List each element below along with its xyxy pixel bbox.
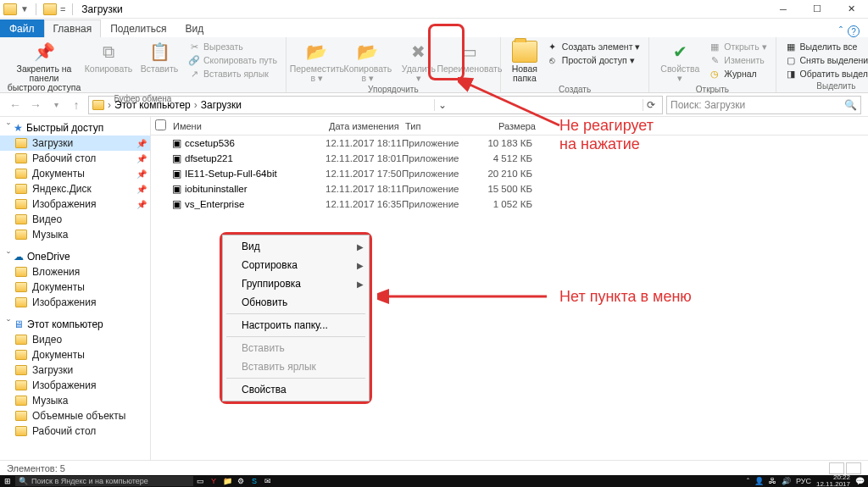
sidebar-quickaccess[interactable]: ˇ★Быстрый доступ bbox=[0, 120, 150, 136]
select-none-button[interactable]: ▢Снять выделение bbox=[785, 54, 868, 66]
file-row[interactable]: ▣iobituninstaller12.11.2017 18:11Приложе… bbox=[151, 181, 868, 196]
col-type[interactable]: Тип bbox=[405, 121, 483, 131]
refresh-button[interactable]: ⟳ bbox=[643, 99, 659, 111]
taskbar-explorer[interactable]: 📁 bbox=[220, 477, 234, 485]
properties-button[interactable]: ✔Свойства▾ bbox=[654, 39, 705, 85]
tray-network-icon[interactable]: 🖧 bbox=[769, 477, 776, 485]
sidebar-item[interactable]: Изображения bbox=[0, 378, 150, 393]
tray-clock[interactable]: 20:2212.11.2017 bbox=[816, 474, 850, 487]
ribbon-collapse-icon[interactable]: ˆ bbox=[839, 25, 843, 37]
col-name[interactable]: Имени bbox=[170, 121, 329, 131]
file-row[interactable]: ▣dfsetup22112.11.2017 18:01Приложение4 5… bbox=[151, 151, 868, 166]
rename-button[interactable]: ▭Переименовать bbox=[444, 39, 495, 75]
sidebar-onedrive[interactable]: ˇ☁OneDrive bbox=[0, 249, 150, 264]
column-headers[interactable]: Имени Дата изменения Тип Размера bbox=[151, 117, 868, 136]
sidebar-item[interactable]: Рабочий стол bbox=[0, 423, 150, 439]
pin-icon: 📌 bbox=[136, 154, 147, 163]
sidebar-item[interactable]: Рабочий стол📌 bbox=[0, 151, 150, 166]
context-menu-item[interactable]: Свойства bbox=[223, 380, 369, 399]
paste-button[interactable]: 📋Вставить bbox=[134, 39, 185, 75]
tray-lang[interactable]: РУС bbox=[796, 477, 811, 485]
tray-notifications-icon[interactable]: 💬 bbox=[855, 477, 865, 485]
taskbar-app[interactable]: S bbox=[248, 477, 261, 485]
sidebar-item[interactable]: Видео bbox=[0, 212, 150, 227]
tray-volume-icon[interactable]: 🔊 bbox=[782, 477, 791, 485]
sidebar-item[interactable]: Загрузки bbox=[0, 362, 150, 378]
taskbar-search[interactable]: 🔍Поиск в Яндекс и на компьютере bbox=[15, 476, 193, 486]
sidebar-item[interactable]: Изображения📌 bbox=[0, 196, 150, 212]
copy-path-button[interactable]: 🔗Скопировать путь bbox=[188, 54, 277, 66]
folder-icon bbox=[3, 3, 17, 15]
select-all-button[interactable]: ▦Выделить все bbox=[785, 41, 868, 53]
easy-access-button[interactable]: ⎋Простой доступ ▾ bbox=[547, 54, 641, 66]
copy-button[interactable]: ⧉Копировать bbox=[83, 39, 134, 75]
cut-button[interactable]: ✂Вырезать bbox=[188, 41, 277, 53]
up-button[interactable]: ↑ bbox=[68, 97, 85, 113]
tab-file[interactable]: Файл bbox=[0, 19, 44, 37]
file-row[interactable]: ▣ccsetup53612.11.2017 18:11Приложение10 … bbox=[151, 136, 868, 151]
col-date[interactable]: Дата изменения bbox=[329, 121, 405, 131]
taskbar-app[interactable]: ✉ bbox=[261, 477, 275, 485]
start-button[interactable]: ⊞ bbox=[0, 477, 15, 485]
sidebar-item[interactable]: Объемные объекты bbox=[0, 408, 150, 423]
tab-view[interactable]: Вид bbox=[175, 19, 213, 37]
history-button[interactable]: ◷Журнал bbox=[709, 68, 766, 80]
pc-icon: 🖥 bbox=[14, 318, 24, 330]
context-menu-item[interactable]: Вид▶ bbox=[223, 237, 369, 256]
context-menu-item[interactable]: Обновить bbox=[223, 293, 369, 312]
sidebar-item[interactable]: Документы📌 bbox=[0, 166, 150, 181]
sidebar-item[interactable]: Изображения bbox=[0, 295, 150, 310]
tray-people-icon[interactable]: 👤 bbox=[754, 477, 764, 485]
address-dropdown-icon[interactable]: ⌄ bbox=[434, 99, 450, 111]
task-view-button[interactable]: ▭ bbox=[193, 477, 207, 485]
paste-shortcut-button[interactable]: ↗Вставить ярлык bbox=[188, 68, 277, 80]
copy-to-button[interactable]: 📂Копироватьв ▾ bbox=[342, 39, 393, 85]
address-bar[interactable]: › Этот компьютер › Загрузки ⌄ ⟳ bbox=[88, 96, 663, 114]
context-menu-item[interactable]: Сортировка▶ bbox=[223, 256, 369, 274]
maximize-button[interactable]: ☐ bbox=[800, 0, 834, 19]
view-icons-button[interactable] bbox=[846, 462, 861, 474]
paste-icon: 📋 bbox=[147, 41, 171, 63]
sidebar-item[interactable]: Загрузки📌 bbox=[0, 136, 150, 151]
file-row[interactable]: ▣IE11-Setup-Full-64bit12.11.2017 17:50Пр… bbox=[151, 166, 868, 181]
context-menu-item[interactable]: Группировка▶ bbox=[223, 274, 369, 293]
sidebar-item[interactable]: Вложения bbox=[0, 264, 150, 279]
open-button[interactable]: ▦Открыть ▾ bbox=[709, 41, 766, 53]
qat-dropdown-icon[interactable]: ▼ bbox=[20, 4, 29, 14]
recent-dropdown[interactable]: ▾ bbox=[47, 97, 64, 113]
back-button[interactable]: ← bbox=[7, 97, 24, 113]
sidebar-item[interactable]: Музыка bbox=[0, 393, 150, 408]
edit-button[interactable]: ✎Изменить bbox=[709, 54, 766, 66]
sidebar-item[interactable]: Документы bbox=[0, 347, 150, 362]
file-row[interactable]: ▣vs_Enterprise12.11.2017 16:35Приложение… bbox=[151, 196, 868, 212]
tab-share[interactable]: Поделиться bbox=[101, 19, 175, 37]
invert-selection-button[interactable]: ◨Обратить выделение bbox=[785, 68, 868, 80]
breadcrumb-root[interactable]: Этот компьютер bbox=[114, 99, 191, 111]
help-icon[interactable]: ? bbox=[848, 25, 860, 37]
pin-quickaccess-button[interactable]: 📌Закрепить на панелибыстрого доступа bbox=[5, 39, 83, 94]
delete-button[interactable]: ✖Удалить▾ bbox=[393, 39, 444, 85]
folder-icon bbox=[15, 169, 27, 179]
sidebar-thispc[interactable]: ˇ🖥Этот компьютер bbox=[0, 317, 150, 332]
forward-button[interactable]: → bbox=[27, 97, 44, 113]
app-icon: ▣ bbox=[170, 198, 183, 210]
taskbar-app[interactable]: Y bbox=[207, 477, 220, 485]
minimize-button[interactable]: ─ bbox=[766, 0, 800, 19]
close-button[interactable]: ✕ bbox=[834, 0, 868, 19]
tab-home[interactable]: Главная bbox=[44, 19, 102, 37]
sidebar-item[interactable]: Музыка bbox=[0, 227, 150, 242]
sidebar-item[interactable]: Яндекс.Диск📌 bbox=[0, 181, 150, 196]
select-all-checkbox[interactable] bbox=[155, 119, 166, 130]
new-folder-button[interactable]: Новаяпапка bbox=[506, 39, 543, 85]
search-box[interactable]: Поиск: Загрузки 🔍 bbox=[666, 96, 861, 114]
sidebar-item[interactable]: Видео bbox=[0, 332, 150, 347]
context-menu-item[interactable]: Настроить папку... bbox=[223, 316, 369, 335]
col-size[interactable]: Размера bbox=[483, 121, 544, 131]
tray-chevron-icon[interactable]: ˆ bbox=[747, 477, 749, 485]
view-details-button[interactable] bbox=[829, 462, 844, 474]
new-item-button[interactable]: ✦Создать элемент ▾ bbox=[547, 41, 641, 53]
sidebar-item[interactable]: Документы bbox=[0, 279, 150, 295]
breadcrumb-current[interactable]: Загрузки bbox=[201, 99, 242, 111]
move-to-button[interactable]: 📂Переместитьв ▾ bbox=[292, 39, 342, 85]
taskbar-app[interactable]: ⚙ bbox=[234, 477, 248, 485]
